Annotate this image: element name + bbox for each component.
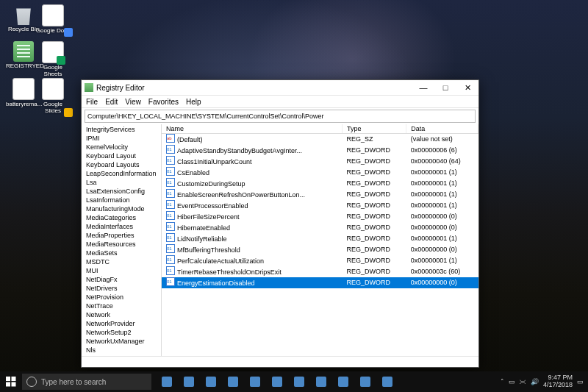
value-row[interactable]: PerfCalculateActualUtilizationREG_DWORD0… (162, 255, 478, 266)
regedit-icon (85, 83, 93, 92)
taskbar-mail-icon[interactable] (268, 373, 286, 391)
tree-node[interactable]: Lsa (82, 178, 161, 187)
tree-node[interactable]: MediaProperties (82, 231, 161, 240)
tree-node[interactable]: LsaExtensionConfig (82, 187, 161, 196)
window-maximize-button[interactable]: □ (434, 80, 456, 95)
value-icon (166, 189, 175, 198)
value-icon (166, 233, 175, 242)
taskbar-edge-icon[interactable] (202, 373, 220, 391)
value-row[interactable]: AdaptiveStandbyStandbyBudgetAvgInter...R… (162, 145, 478, 156)
column-header-name[interactable]: Name (162, 124, 342, 134)
svg-rect-2 (6, 382, 10, 387)
value-icon (166, 145, 175, 154)
taskbar-task-view-icon[interactable] (158, 373, 176, 391)
value-row[interactable]: Class1InitialUnparkCountREG_DWORD0x00000… (162, 156, 478, 167)
registry-values[interactable]: NameTypeData (Default)REG_SZ(value not s… (162, 124, 478, 356)
tree-node[interactable]: Network (82, 310, 161, 319)
taskbar-steam-icon[interactable] (334, 373, 352, 391)
tree-node[interactable]: Keyboard Layouts (82, 160, 161, 169)
file-icon (42, 41, 64, 63)
tree-node[interactable]: IPMI (82, 134, 161, 143)
value-row[interactable]: LidNotifyReliableREG_DWORD0x00000001 (1) (162, 233, 478, 244)
tree-node[interactable]: IntegrityServices (82, 125, 161, 134)
file-icon (13, 4, 34, 25)
address-bar[interactable]: Computer\HKEY_LOCAL_MACHINE\SYSTEM\Curre… (85, 110, 476, 123)
taskbar[interactable]: Type here to search ˄ ▭ ⩙ 🔊 9:47 PM 4/17… (0, 371, 588, 392)
taskbar-explorer-icon[interactable] (224, 373, 242, 391)
tree-node[interactable]: NetProvision (82, 293, 161, 302)
tree-node[interactable]: MUI (82, 266, 161, 275)
tree-node[interactable]: NetworkProvider (82, 319, 161, 328)
file-icon (13, 41, 34, 62)
value-row[interactable]: CsEnabledREG_DWORD0x00000001 (1) (162, 167, 478, 178)
column-header-data[interactable]: Data (406, 124, 478, 134)
menu-bar: FileEditViewFavoritesHelp (82, 96, 478, 108)
desktop-icon-google-slides[interactable]: Google Slides (35, 78, 71, 115)
svg-rect-3 (12, 382, 16, 387)
tree-node[interactable]: KernelVelocity (82, 143, 161, 152)
volume-icon[interactable]: 🔊 (531, 378, 539, 385)
window-titlebar[interactable]: Registry Editor ― □ ✕ (82, 80, 478, 96)
tree-node[interactable]: NetTrace (82, 302, 161, 310)
menu-edit[interactable]: Edit (105, 98, 118, 106)
window-title: Registry Editor (96, 84, 412, 92)
registry-tree[interactable]: IntegrityServicesIPMIKernelVelocityKeybo… (82, 124, 162, 356)
menu-view[interactable]: View (125, 98, 141, 106)
value-row[interactable]: EventProcessorEnabledREG_DWORD0x00000001… (162, 200, 478, 211)
tree-node[interactable]: Keyboard Layout (82, 152, 161, 160)
tree-node[interactable]: ManufacturingMode (82, 204, 161, 213)
taskbar-store-icon[interactable] (246, 373, 264, 391)
value-row[interactable]: CustomizeDuringSetupREG_DWORD0x00000001 … (162, 178, 478, 189)
tree-node[interactable]: LsaInformation (82, 196, 161, 204)
tree-node[interactable]: MSDTC (82, 257, 161, 266)
desktop-icon-google-sheets[interactable]: Google Sheets (35, 41, 71, 78)
value-icon (166, 255, 175, 264)
value-row[interactable]: (Default)REG_SZ(value not set) (162, 134, 478, 146)
tree-node[interactable]: MediaCategories (82, 213, 161, 222)
taskbar-xbox-icon[interactable] (312, 373, 330, 391)
registry-editor-window[interactable]: Registry Editor ― □ ✕ FileEditViewFavori… (81, 79, 479, 368)
svg-rect-0 (6, 377, 10, 381)
value-row[interactable]: HibernateEnabledREG_DWORD0x00000000 (0) (162, 222, 478, 233)
tray-caret-icon[interactable]: ˄ (501, 378, 504, 385)
tree-node[interactable]: MediaInterfaces (82, 222, 161, 231)
menu-favorites[interactable]: Favorites (148, 98, 179, 106)
network-icon[interactable]: ⩙ (520, 378, 526, 385)
tree-node[interactable]: LeapSecondInformation (82, 169, 161, 178)
desktop-icon-google-docs[interactable]: Google Docs (35, 4, 71, 35)
taskbar-people-icon[interactable] (180, 373, 198, 391)
window-close-button[interactable]: ✕ (456, 80, 478, 95)
tree-node[interactable]: NetDrivers (82, 284, 161, 293)
value-row[interactable]: MfBufferingThresholdREG_DWORD0x00000000 … (162, 244, 478, 255)
value-icon (166, 222, 175, 231)
file-icon (42, 78, 64, 100)
taskbar-settings-icon[interactable] (356, 373, 374, 391)
taskbar-search[interactable]: Type here to search (22, 374, 151, 390)
menu-file[interactable]: File (86, 98, 98, 106)
start-button[interactable] (2, 373, 20, 391)
desktop-wallpaper[interactable]: Recycle BinGoogle DocsREGISTRYED...Googl… (0, 0, 588, 392)
value-icon (166, 167, 175, 176)
taskbar-more-icon[interactable] (379, 373, 396, 391)
value-row[interactable]: HiberFileSizePercentREG_DWORD0x00000000 … (162, 211, 478, 222)
action-center-icon[interactable]: ▭ (577, 378, 584, 385)
value-row[interactable]: EnergyEstimationDisabledREG_DWORD0x00000… (162, 277, 478, 288)
tree-node[interactable]: NetworkUxManager (82, 337, 161, 346)
tree-node[interactable]: NetworkSetup2 (82, 328, 161, 337)
taskbar-skype-icon[interactable] (290, 373, 308, 391)
menu-help[interactable]: Help (186, 98, 201, 106)
battery-icon[interactable]: ▭ (509, 378, 515, 385)
value-icon (166, 244, 175, 253)
window-minimize-button[interactable]: ― (412, 80, 434, 95)
tree-node[interactable]: NetDiagFx (82, 275, 161, 284)
value-row[interactable]: TimerRebaseThresholdOnDripsExitREG_DWORD… (162, 266, 478, 277)
value-icon (166, 200, 175, 209)
value-icon (166, 178, 175, 187)
column-header-type[interactable]: Type (342, 124, 406, 134)
tree-node[interactable]: Nls (82, 346, 161, 354)
system-tray[interactable]: ˄ ▭ ⩙ 🔊 9:47 PM 4/17/2018 ▭ (501, 374, 588, 389)
tree-node[interactable]: MediaResources (82, 240, 161, 249)
value-row[interactable]: EnableScreenRefreshOnPowerButtonLon...RE… (162, 189, 478, 200)
taskbar-clock[interactable]: 9:47 PM 4/17/2018 (543, 374, 573, 389)
tree-node[interactable]: MediaSets (82, 249, 161, 257)
